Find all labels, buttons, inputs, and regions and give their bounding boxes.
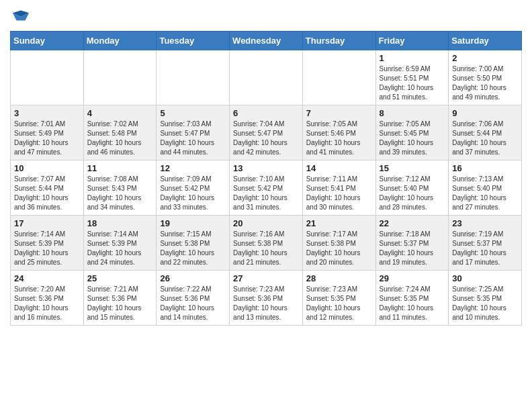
day-info: Sunrise: 7:15 AMSunset: 5:38 PMDaylight:… bbox=[160, 230, 226, 267]
day-number: 24 bbox=[14, 273, 80, 283]
calendar-cell: 8Sunrise: 7:05 AMSunset: 5:45 PMDaylight… bbox=[375, 105, 449, 161]
day-info: Sunrise: 7:12 AMSunset: 5:40 PMDaylight:… bbox=[380, 175, 445, 212]
col-header-tuesday: Tuesday bbox=[157, 32, 230, 50]
day-number: 19 bbox=[160, 218, 226, 228]
calendar-cell: 20Sunrise: 7:16 AMSunset: 5:38 PMDayligh… bbox=[230, 216, 303, 271]
day-number: 20 bbox=[233, 218, 299, 228]
day-info: Sunrise: 7:08 AMSunset: 5:43 PMDaylight:… bbox=[87, 175, 153, 212]
calendar-cell: 3Sunrise: 7:01 AMSunset: 5:49 PMDaylight… bbox=[11, 105, 84, 161]
calendar-cell: 14Sunrise: 7:11 AMSunset: 5:41 PMDayligh… bbox=[302, 161, 375, 216]
calendar-cell: 9Sunrise: 7:06 AMSunset: 5:44 PMDaylight… bbox=[449, 105, 522, 161]
day-info: Sunrise: 6:59 AMSunset: 5:51 PMDaylight:… bbox=[380, 64, 445, 102]
day-info: Sunrise: 7:11 AMSunset: 5:41 PMDaylight:… bbox=[306, 175, 372, 212]
day-number: 25 bbox=[87, 273, 153, 283]
calendar-week-2: 3Sunrise: 7:01 AMSunset: 5:49 PMDaylight… bbox=[11, 105, 522, 161]
col-header-sunday: Sunday bbox=[11, 32, 84, 50]
day-number: 16 bbox=[452, 163, 518, 173]
calendar-cell: 16Sunrise: 7:13 AMSunset: 5:40 PMDayligh… bbox=[449, 161, 522, 216]
day-number: 6 bbox=[233, 108, 299, 118]
calendar-cell: 12Sunrise: 7:09 AMSunset: 5:42 PMDayligh… bbox=[157, 161, 230, 216]
calendar-cell: 25Sunrise: 7:21 AMSunset: 5:36 PMDayligh… bbox=[83, 271, 157, 326]
day-number: 17 bbox=[14, 218, 80, 228]
day-number: 21 bbox=[306, 218, 372, 228]
day-number: 29 bbox=[380, 273, 445, 283]
day-info: Sunrise: 7:05 AMSunset: 5:45 PMDaylight:… bbox=[380, 120, 445, 157]
col-header-monday: Monday bbox=[83, 32, 157, 50]
day-info: Sunrise: 7:07 AMSunset: 5:44 PMDaylight:… bbox=[14, 175, 80, 212]
calendar-cell bbox=[302, 50, 375, 105]
day-number: 1 bbox=[380, 53, 445, 63]
calendar-cell bbox=[11, 50, 84, 105]
calendar-week-1: 1Sunrise: 6:59 AMSunset: 5:51 PMDaylight… bbox=[11, 50, 522, 105]
day-number: 7 bbox=[306, 108, 372, 118]
day-number: 2 bbox=[452, 53, 518, 63]
day-info: Sunrise: 7:23 AMSunset: 5:35 PMDaylight:… bbox=[306, 285, 372, 322]
calendar-cell: 13Sunrise: 7:10 AMSunset: 5:42 PMDayligh… bbox=[230, 161, 303, 216]
day-info: Sunrise: 7:14 AMSunset: 5:39 PMDaylight:… bbox=[14, 230, 80, 267]
page: SundayMondayTuesdayWednesdayThursdayFrid… bbox=[0, 0, 532, 336]
calendar-cell: 21Sunrise: 7:17 AMSunset: 5:38 PMDayligh… bbox=[302, 216, 375, 271]
calendar-cell: 7Sunrise: 7:05 AMSunset: 5:46 PMDaylight… bbox=[302, 105, 375, 161]
calendar-cell: 4Sunrise: 7:02 AMSunset: 5:48 PMDaylight… bbox=[83, 105, 157, 161]
calendar-cell: 6Sunrise: 7:04 AMSunset: 5:47 PMDaylight… bbox=[230, 105, 303, 161]
day-number: 9 bbox=[452, 108, 518, 118]
calendar-cell: 26Sunrise: 7:22 AMSunset: 5:36 PMDayligh… bbox=[157, 271, 230, 326]
logo-icon bbox=[11, 7, 30, 26]
day-info: Sunrise: 7:02 AMSunset: 5:48 PMDaylight:… bbox=[87, 120, 153, 157]
calendar-cell: 1Sunrise: 6:59 AMSunset: 5:51 PMDaylight… bbox=[375, 50, 449, 105]
day-number: 8 bbox=[380, 108, 445, 118]
calendar-table: SundayMondayTuesdayWednesdayThursdayFrid… bbox=[10, 31, 522, 326]
day-number: 10 bbox=[14, 163, 80, 173]
calendar-cell: 24Sunrise: 7:20 AMSunset: 5:36 PMDayligh… bbox=[11, 271, 84, 326]
day-info: Sunrise: 7:06 AMSunset: 5:44 PMDaylight:… bbox=[452, 120, 518, 157]
calendar-cell: 2Sunrise: 7:00 AMSunset: 5:50 PMDaylight… bbox=[449, 50, 522, 105]
calendar-week-3: 10Sunrise: 7:07 AMSunset: 5:44 PMDayligh… bbox=[11, 161, 522, 216]
calendar-cell: 28Sunrise: 7:23 AMSunset: 5:35 PMDayligh… bbox=[302, 271, 375, 326]
calendar-cell: 17Sunrise: 7:14 AMSunset: 5:39 PMDayligh… bbox=[11, 216, 84, 271]
calendar-cell bbox=[230, 50, 303, 105]
day-info: Sunrise: 7:01 AMSunset: 5:49 PMDaylight:… bbox=[14, 120, 80, 157]
day-info: Sunrise: 7:20 AMSunset: 5:36 PMDaylight:… bbox=[14, 285, 80, 322]
col-header-wednesday: Wednesday bbox=[230, 32, 303, 50]
calendar-cell: 5Sunrise: 7:03 AMSunset: 5:47 PMDaylight… bbox=[157, 105, 230, 161]
day-number: 5 bbox=[160, 108, 226, 118]
day-number: 27 bbox=[233, 273, 299, 283]
day-number: 13 bbox=[233, 163, 299, 173]
calendar-cell: 30Sunrise: 7:25 AMSunset: 5:35 PMDayligh… bbox=[449, 271, 522, 326]
col-header-saturday: Saturday bbox=[449, 32, 522, 50]
calendar-cell: 11Sunrise: 7:08 AMSunset: 5:43 PMDayligh… bbox=[83, 161, 157, 216]
day-info: Sunrise: 7:10 AMSunset: 5:42 PMDaylight:… bbox=[233, 175, 299, 212]
day-number: 14 bbox=[306, 163, 372, 173]
day-info: Sunrise: 7:09 AMSunset: 5:42 PMDaylight:… bbox=[160, 175, 226, 212]
calendar-cell: 18Sunrise: 7:14 AMSunset: 5:39 PMDayligh… bbox=[83, 216, 157, 271]
day-info: Sunrise: 7:14 AMSunset: 5:39 PMDaylight:… bbox=[87, 230, 153, 267]
calendar-header-row: SundayMondayTuesdayWednesdayThursdayFrid… bbox=[11, 32, 522, 50]
day-number: 4 bbox=[87, 108, 153, 118]
day-number: 11 bbox=[87, 163, 153, 173]
calendar-cell: 23Sunrise: 7:19 AMSunset: 5:37 PMDayligh… bbox=[449, 216, 522, 271]
day-number: 30 bbox=[452, 273, 518, 283]
day-info: Sunrise: 7:00 AMSunset: 5:50 PMDaylight:… bbox=[452, 64, 518, 102]
day-info: Sunrise: 7:03 AMSunset: 5:47 PMDaylight:… bbox=[160, 120, 226, 157]
logo bbox=[10, 7, 30, 26]
day-info: Sunrise: 7:05 AMSunset: 5:46 PMDaylight:… bbox=[306, 120, 372, 157]
day-info: Sunrise: 7:13 AMSunset: 5:40 PMDaylight:… bbox=[452, 175, 518, 212]
day-info: Sunrise: 7:22 AMSunset: 5:36 PMDaylight:… bbox=[160, 285, 226, 322]
calendar-cell: 27Sunrise: 7:23 AMSunset: 5:36 PMDayligh… bbox=[230, 271, 303, 326]
header bbox=[10, 7, 522, 26]
calendar-cell bbox=[83, 50, 157, 105]
day-info: Sunrise: 7:16 AMSunset: 5:38 PMDaylight:… bbox=[233, 230, 299, 267]
calendar-cell: 10Sunrise: 7:07 AMSunset: 5:44 PMDayligh… bbox=[11, 161, 84, 216]
day-info: Sunrise: 7:21 AMSunset: 5:36 PMDaylight:… bbox=[87, 285, 153, 322]
day-info: Sunrise: 7:18 AMSunset: 5:37 PMDaylight:… bbox=[380, 230, 445, 267]
calendar-week-5: 24Sunrise: 7:20 AMSunset: 5:36 PMDayligh… bbox=[11, 271, 522, 326]
day-info: Sunrise: 7:25 AMSunset: 5:35 PMDaylight:… bbox=[452, 285, 518, 322]
calendar-week-4: 17Sunrise: 7:14 AMSunset: 5:39 PMDayligh… bbox=[11, 216, 522, 271]
calendar-cell: 29Sunrise: 7:24 AMSunset: 5:35 PMDayligh… bbox=[375, 271, 449, 326]
day-number: 26 bbox=[160, 273, 226, 283]
day-number: 28 bbox=[306, 273, 372, 283]
day-number: 22 bbox=[380, 218, 445, 228]
day-info: Sunrise: 7:23 AMSunset: 5:36 PMDaylight:… bbox=[233, 285, 299, 322]
calendar-cell: 15Sunrise: 7:12 AMSunset: 5:40 PMDayligh… bbox=[375, 161, 449, 216]
day-number: 15 bbox=[380, 163, 445, 173]
